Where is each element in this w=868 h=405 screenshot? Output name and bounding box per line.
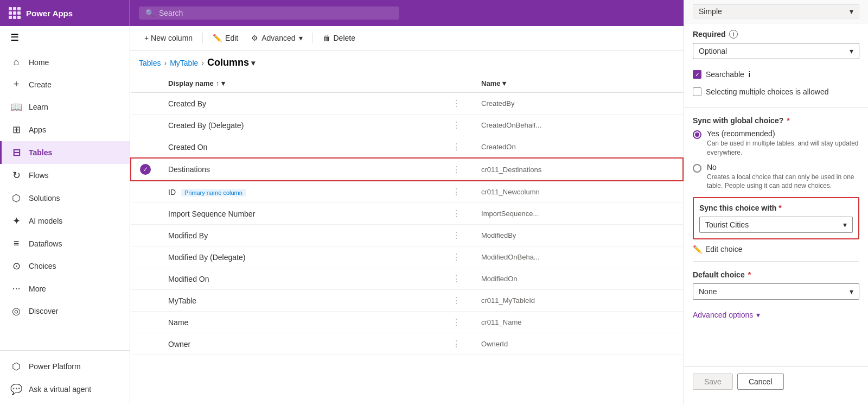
edit-choice-button[interactable]: ✏️ Edit choice <box>693 242 859 257</box>
row-menu-icon[interactable]: ⋮ <box>449 295 464 306</box>
row-menu-cell[interactable]: ⋮ <box>440 333 473 355</box>
sidebar-item-flows[interactable]: ↻ Flows <box>0 164 130 187</box>
sidebar-item-dataflows[interactable]: ≡ Dataflows <box>0 232 130 255</box>
sidebar-item-create[interactable]: + Create <box>0 73 130 96</box>
sidebar-item-label: Ask a virtual agent <box>29 385 91 394</box>
row-menu-icon[interactable]: ⋮ <box>449 273 464 284</box>
sidebar-item-label: Tables <box>29 148 52 157</box>
search-box[interactable]: 🔍 <box>139 7 399 20</box>
sync-choice-box: Sync this choice with * Tourist Cities ▾ <box>693 197 859 239</box>
multiple-choices-row: Selecting multiple choices is allowed <box>693 85 859 98</box>
row-menu-cell[interactable]: ⋮ <box>440 290 473 312</box>
sidebar-item-home[interactable]: ⌂ Home <box>0 51 130 73</box>
row-menu-cell[interactable]: ⋮ <box>440 92 473 115</box>
row-menu-icon[interactable]: ⋮ <box>449 230 464 241</box>
breadcrumb-tables[interactable]: Tables <box>139 59 161 67</box>
table-row[interactable]: Created On⋮CreatedOn <box>131 136 683 159</box>
row-menu-cell[interactable]: ⋮ <box>440 312 473 333</box>
columns-chevron-icon[interactable]: ▾ <box>251 59 255 67</box>
required-chevron-icon: ▾ <box>850 47 853 55</box>
row-menu-cell[interactable]: ⋮ <box>440 225 473 246</box>
multiple-choices-checkbox[interactable] <box>693 87 701 96</box>
table-row[interactable]: Modified By⋮ModifiedBy <box>131 225 683 246</box>
row-menu-icon[interactable]: ⋮ <box>449 338 464 350</box>
sidebar-item-learn[interactable]: 📖 Learn <box>0 96 130 118</box>
name-sort-icon: ▾ <box>502 79 506 87</box>
edit-icon: ✏️ <box>213 34 222 42</box>
app-grid-icon <box>9 7 21 19</box>
sidebar-item-label: AI models <box>29 217 62 225</box>
searchable-info-icon[interactable]: i <box>749 70 750 79</box>
advanced-options-link[interactable]: Advanced options ▾ <box>684 306 868 324</box>
table-row[interactable]: Import Sequence Number⋮ImportSequence... <box>131 203 683 225</box>
sidebar-item-label: Discover <box>29 307 58 315</box>
radio-yes[interactable]: Yes (recommended) Can be used in multipl… <box>693 129 859 157</box>
new-column-button[interactable]: + New column <box>139 30 198 46</box>
row-menu-icon[interactable]: ⋮ <box>449 119 464 131</box>
required-info-icon[interactable]: i <box>729 30 738 39</box>
row-menu-icon[interactable]: ⋮ <box>449 98 464 109</box>
sync-choice-dropdown[interactable]: Tourist Cities ▾ <box>699 217 853 233</box>
sidebar-item-choices[interactable]: ⊙ Choices <box>0 255 130 277</box>
sidebar-item-ai-models[interactable]: ✦ AI models <box>0 210 130 232</box>
table-row[interactable]: Modified By (Delegate)⋮ModifiedOnBeha... <box>131 246 683 268</box>
edit-button[interactable]: ✏️ Edit <box>207 30 244 46</box>
radio-no-desc: Creates a local choice that can only be … <box>707 173 859 191</box>
sidebar-nav: ⌂ Home + Create 📖 Learn ⊞ Apps ⊟ Tables … <box>0 49 130 350</box>
search-input[interactable] <box>159 9 393 17</box>
row-menu-icon[interactable]: ⋮ <box>449 317 464 328</box>
radio-no-button[interactable] <box>693 164 701 173</box>
table-header-display-name[interactable]: Display name ↑ ▾ <box>159 75 440 92</box>
row-check-icon[interactable]: ✓ <box>140 164 151 175</box>
table-row[interactable]: Name⋮cr011_Name <box>131 312 683 333</box>
sidebar-item-apps[interactable]: ⊞ Apps <box>0 118 130 141</box>
sidebar-item-power-platform[interactable]: ⬡ Power Platform <box>0 355 130 378</box>
radio-yes-button[interactable] <box>693 130 701 139</box>
searchable-checkbox[interactable]: ✓ <box>693 70 701 79</box>
row-menu-cell[interactable]: ⋮ <box>440 136 473 159</box>
view-mode-dropdown[interactable]: Simple ▾ <box>693 4 859 18</box>
radio-no-label: No <box>707 163 859 172</box>
table-row[interactable]: Owner⋮OwnerId <box>131 333 683 355</box>
required-dropdown[interactable]: Optional ▾ <box>693 43 859 59</box>
radio-no[interactable]: No Creates a local choice that can only … <box>693 163 859 191</box>
collapse-button[interactable]: ☰ <box>0 26 130 49</box>
row-system-name: CreatedBy <box>473 92 683 115</box>
sync-global-label: Sync with global choice? * <box>693 116 859 125</box>
row-menu-icon[interactable]: ⋮ <box>449 208 464 219</box>
row-menu-icon[interactable]: ⋮ <box>449 141 464 153</box>
table-row[interactable]: ✓Destinations⋮cr011_Destinations <box>131 158 683 181</box>
table-row[interactable]: Modified On⋮ModifiedOn <box>131 268 683 290</box>
table-header-name[interactable]: Name ▾ <box>473 75 683 92</box>
sidebar-item-solutions[interactable]: ⬡ Solutions <box>0 187 130 210</box>
sidebar-item-label: Apps <box>29 125 46 134</box>
row-menu-icon[interactable]: ⋮ <box>449 164 464 175</box>
table-row[interactable]: Created By⋮CreatedBy <box>131 92 683 115</box>
row-menu-cell[interactable]: ⋮ <box>440 115 473 136</box>
default-choice-dropdown[interactable]: None ▾ <box>693 283 859 300</box>
delete-button[interactable]: 🗑 Delete <box>317 30 361 46</box>
row-menu-cell[interactable]: ⋮ <box>440 246 473 268</box>
sync-choice-required: * <box>778 204 781 212</box>
collapse-icon: ☰ <box>9 31 21 43</box>
cancel-button[interactable]: Cancel <box>737 374 784 390</box>
sidebar-item-more[interactable]: ··· More <box>0 277 130 300</box>
radio-group: Yes (recommended) Can be used in multipl… <box>693 129 859 191</box>
row-menu-cell[interactable]: ⋮ <box>440 203 473 225</box>
row-menu-icon[interactable]: ⋮ <box>449 186 464 198</box>
table-row[interactable]: Created By (Delegate)⋮CreatedOnBehalf... <box>131 115 683 136</box>
table-row[interactable]: MyTable⋮cr011_MyTableId <box>131 290 683 312</box>
sidebar-item-discover[interactable]: ◎ Discover <box>0 300 130 322</box>
breadcrumb-mytable[interactable]: MyTable <box>170 59 198 67</box>
row-menu-icon[interactable]: ⋮ <box>449 251 464 263</box>
advanced-button[interactable]: ⚙ Advanced ▾ <box>246 30 308 46</box>
sidebar-item-tables[interactable]: ⊟ Tables <box>0 141 130 164</box>
row-menu-cell[interactable]: ⋮ <box>440 181 473 203</box>
row-check-cell: ✓ <box>131 158 159 181</box>
row-menu-cell[interactable]: ⋮ <box>440 268 473 290</box>
row-menu-cell[interactable]: ⋮ <box>440 158 473 181</box>
save-button[interactable]: Save <box>693 374 733 390</box>
divider-1 <box>684 107 868 107</box>
sidebar-item-ask-agent[interactable]: 💬 Ask a virtual agent <box>0 378 130 401</box>
table-row[interactable]: ID Primary name column⋮cr011_Newcolumn <box>131 181 683 203</box>
